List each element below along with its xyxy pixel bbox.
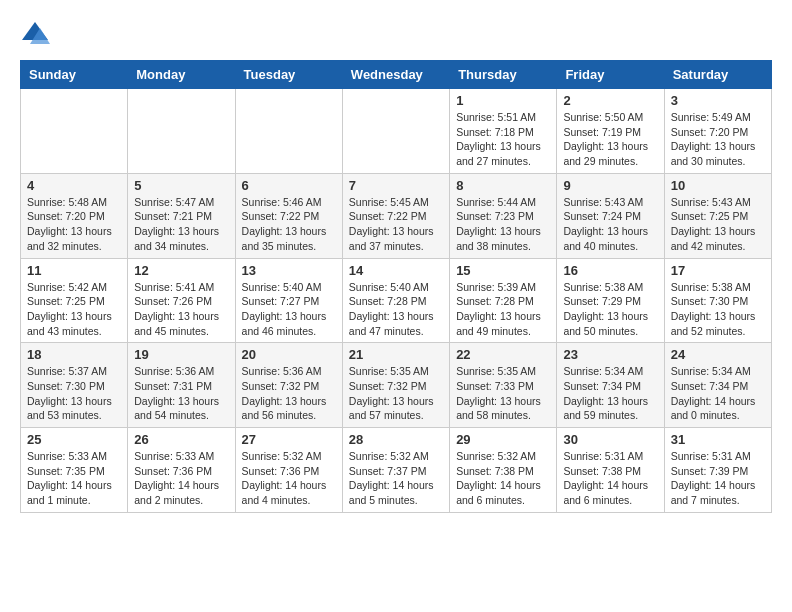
day-info: Sunrise: 5:36 AM Sunset: 7:32 PM Dayligh… — [242, 364, 336, 423]
calendar-week-row: 25Sunrise: 5:33 AM Sunset: 7:35 PM Dayli… — [21, 428, 772, 513]
day-number: 14 — [349, 263, 443, 278]
day-number: 4 — [27, 178, 121, 193]
day-info: Sunrise: 5:51 AM Sunset: 7:18 PM Dayligh… — [456, 110, 550, 169]
day-info: Sunrise: 5:38 AM Sunset: 7:30 PM Dayligh… — [671, 280, 765, 339]
weekday-header: Thursday — [450, 61, 557, 89]
calendar-cell: 8Sunrise: 5:44 AM Sunset: 7:23 PM Daylig… — [450, 173, 557, 258]
day-info: Sunrise: 5:32 AM Sunset: 7:36 PM Dayligh… — [242, 449, 336, 508]
day-number: 31 — [671, 432, 765, 447]
day-info: Sunrise: 5:39 AM Sunset: 7:28 PM Dayligh… — [456, 280, 550, 339]
calendar-cell: 6Sunrise: 5:46 AM Sunset: 7:22 PM Daylig… — [235, 173, 342, 258]
day-number: 28 — [349, 432, 443, 447]
calendar-week-row: 11Sunrise: 5:42 AM Sunset: 7:25 PM Dayli… — [21, 258, 772, 343]
day-number: 12 — [134, 263, 228, 278]
calendar-cell: 10Sunrise: 5:43 AM Sunset: 7:25 PM Dayli… — [664, 173, 771, 258]
day-info: Sunrise: 5:43 AM Sunset: 7:25 PM Dayligh… — [671, 195, 765, 254]
calendar-week-row: 18Sunrise: 5:37 AM Sunset: 7:30 PM Dayli… — [21, 343, 772, 428]
weekday-header: Friday — [557, 61, 664, 89]
calendar-cell: 27Sunrise: 5:32 AM Sunset: 7:36 PM Dayli… — [235, 428, 342, 513]
day-number: 24 — [671, 347, 765, 362]
calendar-table: SundayMondayTuesdayWednesdayThursdayFrid… — [20, 60, 772, 513]
weekday-header: Monday — [128, 61, 235, 89]
weekday-header: Sunday — [21, 61, 128, 89]
day-info: Sunrise: 5:35 AM Sunset: 7:33 PM Dayligh… — [456, 364, 550, 423]
day-number: 10 — [671, 178, 765, 193]
day-info: Sunrise: 5:40 AM Sunset: 7:28 PM Dayligh… — [349, 280, 443, 339]
day-info: Sunrise: 5:50 AM Sunset: 7:19 PM Dayligh… — [563, 110, 657, 169]
calendar-cell: 5Sunrise: 5:47 AM Sunset: 7:21 PM Daylig… — [128, 173, 235, 258]
weekday-header: Wednesday — [342, 61, 449, 89]
day-info: Sunrise: 5:34 AM Sunset: 7:34 PM Dayligh… — [563, 364, 657, 423]
day-info: Sunrise: 5:33 AM Sunset: 7:36 PM Dayligh… — [134, 449, 228, 508]
day-number: 2 — [563, 93, 657, 108]
calendar-header-row: SundayMondayTuesdayWednesdayThursdayFrid… — [21, 61, 772, 89]
day-number: 17 — [671, 263, 765, 278]
calendar-cell: 15Sunrise: 5:39 AM Sunset: 7:28 PM Dayli… — [450, 258, 557, 343]
calendar-cell: 21Sunrise: 5:35 AM Sunset: 7:32 PM Dayli… — [342, 343, 449, 428]
day-info: Sunrise: 5:42 AM Sunset: 7:25 PM Dayligh… — [27, 280, 121, 339]
calendar-cell: 22Sunrise: 5:35 AM Sunset: 7:33 PM Dayli… — [450, 343, 557, 428]
day-number: 27 — [242, 432, 336, 447]
calendar-cell: 4Sunrise: 5:48 AM Sunset: 7:20 PM Daylig… — [21, 173, 128, 258]
day-number: 26 — [134, 432, 228, 447]
day-number: 6 — [242, 178, 336, 193]
calendar-cell: 14Sunrise: 5:40 AM Sunset: 7:28 PM Dayli… — [342, 258, 449, 343]
day-number: 3 — [671, 93, 765, 108]
day-number: 25 — [27, 432, 121, 447]
logo — [20, 20, 54, 50]
day-number: 30 — [563, 432, 657, 447]
calendar-cell — [21, 89, 128, 174]
calendar-cell: 9Sunrise: 5:43 AM Sunset: 7:24 PM Daylig… — [557, 173, 664, 258]
day-info: Sunrise: 5:38 AM Sunset: 7:29 PM Dayligh… — [563, 280, 657, 339]
calendar-week-row: 1Sunrise: 5:51 AM Sunset: 7:18 PM Daylig… — [21, 89, 772, 174]
calendar-cell: 7Sunrise: 5:45 AM Sunset: 7:22 PM Daylig… — [342, 173, 449, 258]
day-number: 5 — [134, 178, 228, 193]
day-number: 9 — [563, 178, 657, 193]
calendar-cell: 1Sunrise: 5:51 AM Sunset: 7:18 PM Daylig… — [450, 89, 557, 174]
day-number: 7 — [349, 178, 443, 193]
day-info: Sunrise: 5:34 AM Sunset: 7:34 PM Dayligh… — [671, 364, 765, 423]
calendar-cell: 23Sunrise: 5:34 AM Sunset: 7:34 PM Dayli… — [557, 343, 664, 428]
day-info: Sunrise: 5:46 AM Sunset: 7:22 PM Dayligh… — [242, 195, 336, 254]
calendar-cell: 24Sunrise: 5:34 AM Sunset: 7:34 PM Dayli… — [664, 343, 771, 428]
calendar-cell: 18Sunrise: 5:37 AM Sunset: 7:30 PM Dayli… — [21, 343, 128, 428]
calendar-cell: 2Sunrise: 5:50 AM Sunset: 7:19 PM Daylig… — [557, 89, 664, 174]
day-info: Sunrise: 5:40 AM Sunset: 7:27 PM Dayligh… — [242, 280, 336, 339]
day-info: Sunrise: 5:44 AM Sunset: 7:23 PM Dayligh… — [456, 195, 550, 254]
calendar-cell: 11Sunrise: 5:42 AM Sunset: 7:25 PM Dayli… — [21, 258, 128, 343]
day-info: Sunrise: 5:32 AM Sunset: 7:38 PM Dayligh… — [456, 449, 550, 508]
calendar-cell: 25Sunrise: 5:33 AM Sunset: 7:35 PM Dayli… — [21, 428, 128, 513]
day-info: Sunrise: 5:31 AM Sunset: 7:39 PM Dayligh… — [671, 449, 765, 508]
day-info: Sunrise: 5:45 AM Sunset: 7:22 PM Dayligh… — [349, 195, 443, 254]
day-number: 20 — [242, 347, 336, 362]
day-info: Sunrise: 5:32 AM Sunset: 7:37 PM Dayligh… — [349, 449, 443, 508]
calendar-cell — [128, 89, 235, 174]
calendar-cell: 16Sunrise: 5:38 AM Sunset: 7:29 PM Dayli… — [557, 258, 664, 343]
day-number: 13 — [242, 263, 336, 278]
day-number: 16 — [563, 263, 657, 278]
day-number: 11 — [27, 263, 121, 278]
day-number: 21 — [349, 347, 443, 362]
calendar-cell: 30Sunrise: 5:31 AM Sunset: 7:38 PM Dayli… — [557, 428, 664, 513]
logo-icon — [20, 20, 50, 50]
day-number: 22 — [456, 347, 550, 362]
day-info: Sunrise: 5:47 AM Sunset: 7:21 PM Dayligh… — [134, 195, 228, 254]
page-header — [20, 20, 772, 50]
calendar-cell: 31Sunrise: 5:31 AM Sunset: 7:39 PM Dayli… — [664, 428, 771, 513]
day-number: 23 — [563, 347, 657, 362]
day-info: Sunrise: 5:41 AM Sunset: 7:26 PM Dayligh… — [134, 280, 228, 339]
day-info: Sunrise: 5:43 AM Sunset: 7:24 PM Dayligh… — [563, 195, 657, 254]
day-number: 1 — [456, 93, 550, 108]
day-info: Sunrise: 5:37 AM Sunset: 7:30 PM Dayligh… — [27, 364, 121, 423]
day-info: Sunrise: 5:36 AM Sunset: 7:31 PM Dayligh… — [134, 364, 228, 423]
calendar-cell: 12Sunrise: 5:41 AM Sunset: 7:26 PM Dayli… — [128, 258, 235, 343]
calendar-week-row: 4Sunrise: 5:48 AM Sunset: 7:20 PM Daylig… — [21, 173, 772, 258]
day-number: 8 — [456, 178, 550, 193]
day-info: Sunrise: 5:48 AM Sunset: 7:20 PM Dayligh… — [27, 195, 121, 254]
day-info: Sunrise: 5:31 AM Sunset: 7:38 PM Dayligh… — [563, 449, 657, 508]
calendar-cell: 26Sunrise: 5:33 AM Sunset: 7:36 PM Dayli… — [128, 428, 235, 513]
day-info: Sunrise: 5:35 AM Sunset: 7:32 PM Dayligh… — [349, 364, 443, 423]
calendar-cell: 13Sunrise: 5:40 AM Sunset: 7:27 PM Dayli… — [235, 258, 342, 343]
calendar-cell — [342, 89, 449, 174]
day-number: 29 — [456, 432, 550, 447]
